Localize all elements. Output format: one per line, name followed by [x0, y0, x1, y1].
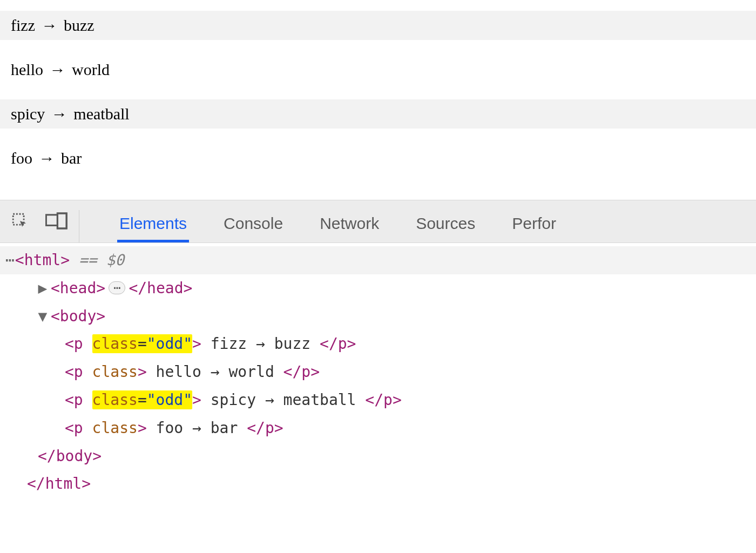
- equals: =: [138, 391, 147, 409]
- dom-node-html[interactable]: ⋯<html> == $0: [0, 246, 756, 274]
- para-right: buzz: [64, 16, 94, 34]
- attr-name: class: [92, 419, 138, 437]
- text-node: hello → world: [147, 363, 284, 381]
- tab-performance[interactable]: Perfor: [510, 204, 558, 242]
- para-right: meatball: [73, 105, 129, 123]
- tag-text: </p>: [284, 363, 320, 381]
- arrow-icon: →: [37, 149, 57, 167]
- svg-rect-2: [57, 213, 66, 228]
- attr-value: "odd": [147, 335, 192, 353]
- tag-text: </p>: [247, 419, 283, 437]
- para-left: hello: [11, 60, 43, 78]
- paragraph-even: hello → world: [0, 55, 756, 84]
- tag-text: <p: [65, 335, 83, 353]
- para-left: fizz: [11, 16, 35, 34]
- collapsed-ellipsis-icon[interactable]: ⋯: [109, 281, 125, 294]
- dom-node-p[interactable]: <p class> hello → world </p>: [0, 358, 756, 386]
- paragraph-even: foo → bar: [0, 144, 756, 173]
- tag-text: >: [192, 335, 201, 353]
- dom-node-p[interactable]: <p class="odd"> fizz → buzz </p>: [0, 330, 756, 358]
- tag-text: </p>: [365, 391, 401, 409]
- toolbar-icon-group: [11, 210, 79, 242]
- para-left: spicy: [11, 105, 45, 123]
- dom-node-head[interactable]: ▶<head>⋯</head>: [0, 274, 756, 302]
- inspect-element-icon[interactable]: [11, 212, 29, 230]
- tag-text: <head>: [51, 279, 105, 297]
- paragraph-odd: spicy → meatball: [0, 99, 756, 129]
- text-node: spicy → meatball: [201, 391, 365, 409]
- tag-text: </p>: [320, 335, 356, 353]
- leading-ellipsis-icon: ⋯: [5, 251, 15, 269]
- dom-tree[interactable]: ⋯<html> == $0 ▶<head>⋯</head> ▼<body> <p…: [0, 243, 756, 509]
- devtools-panel: Elements Console Network Sources Perfor …: [0, 200, 756, 509]
- tag-text: </html>: [27, 475, 91, 493]
- tag-text: </head>: [129, 279, 192, 297]
- paragraph-odd: fizz → buzz: [0, 11, 756, 40]
- equals: =: [138, 335, 147, 353]
- tab-network[interactable]: Network: [318, 204, 381, 242]
- tag-text: >: [138, 363, 147, 381]
- dom-node-body-close[interactable]: </body>: [0, 442, 756, 470]
- tab-elements[interactable]: Elements: [117, 204, 189, 242]
- expand-down-icon[interactable]: ▼: [38, 302, 48, 331]
- para-right: bar: [61, 149, 82, 167]
- devtools-toolbar: Elements Console Network Sources Perfor: [0, 200, 756, 243]
- devtools-tabs: Elements Console Network Sources Perfor: [96, 200, 558, 242]
- dom-node-p[interactable]: <p class="odd"> spicy → meatball </p>: [0, 386, 756, 414]
- tag-text: <body>: [51, 307, 105, 325]
- para-right: world: [72, 60, 110, 78]
- text-node: fizz → buzz: [201, 335, 320, 353]
- arrow-icon: →: [39, 16, 59, 35]
- rendered-page: fizz → buzz hello → world spicy → meatba…: [0, 11, 756, 173]
- dom-node-body[interactable]: ▼<body>: [0, 302, 756, 331]
- attr-name: class: [92, 391, 138, 409]
- arrow-icon: →: [49, 105, 70, 123]
- attr-name: class: [92, 335, 138, 353]
- tag-text: >: [138, 419, 147, 437]
- text-node: foo → bar: [147, 419, 247, 437]
- tab-sources[interactable]: Sources: [414, 204, 477, 242]
- tag-text: <html>: [15, 251, 70, 269]
- arrow-icon: →: [48, 60, 68, 79]
- attr-value: "odd": [147, 391, 192, 409]
- device-toolbar-icon[interactable]: [45, 212, 68, 230]
- tag-text: >: [192, 391, 201, 409]
- dom-node-p[interactable]: <p class> foo → bar </p>: [0, 414, 756, 442]
- selected-marker: == $0: [79, 251, 124, 269]
- tag-text: </body>: [38, 447, 102, 465]
- para-left: foo: [11, 149, 32, 167]
- tag-text: <p: [65, 419, 83, 437]
- tab-console[interactable]: Console: [221, 204, 285, 242]
- tag-text: <p: [65, 363, 83, 381]
- expand-right-icon[interactable]: ▶: [38, 274, 48, 302]
- dom-node-html-close[interactable]: </html>: [0, 470, 756, 498]
- tag-text: <p: [65, 391, 83, 409]
- attr-name: class: [92, 363, 138, 381]
